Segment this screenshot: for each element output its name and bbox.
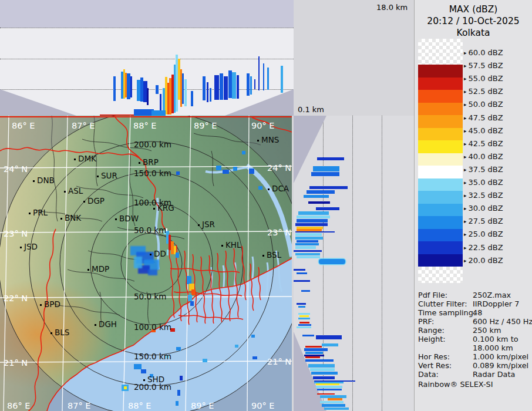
longitude-label-bottom: 89° E [191, 401, 214, 410]
metadata-row: Height:0.100 km to [415, 335, 532, 343]
range-ring-label: 150.0 km [134, 352, 171, 361]
metadata-row: Pdf File:250Z.max [415, 291, 532, 299]
color-swatch [418, 128, 463, 141]
city-label: SUR [101, 171, 117, 180]
color-swatch [418, 191, 463, 204]
city-dot [33, 180, 35, 182]
metadata-row: Range:250 km [415, 326, 532, 335]
color-swatch [418, 166, 463, 178]
side-gridline-18km [382, 116, 382, 411]
scale-tick-arrow-icon: ▸ [464, 206, 467, 211]
top-height-profile-panel [0, 0, 294, 116]
color-swatch-below-min [418, 267, 463, 283]
side-profile-bar [311, 372, 338, 375]
software-brand: Rainbow® SELEX-SI [418, 380, 493, 389]
side-profile-bar [294, 280, 310, 282]
latitude-label-left: 23° N [4, 229, 28, 238]
city-dot [97, 176, 99, 177]
city-label: BSL [267, 250, 281, 260]
scale-label: ▸35.0 dBZ [464, 178, 503, 187]
top-profile-bar [207, 82, 208, 102]
city-dot [257, 140, 259, 142]
metadata-key: Clutter Filter: [418, 299, 467, 308]
side-profile-bar [317, 393, 335, 395]
scale-tick-arrow-icon: ▸ [464, 193, 467, 198]
top-profile-bar [151, 110, 166, 116]
metadata-key: Time sampling: [418, 308, 476, 317]
scale-tick-arrow-icon: ▸ [464, 50, 467, 56]
side-profile-base-height-label: 0.1 km [298, 105, 324, 114]
side-profile-bar [304, 348, 328, 351]
side-profile-bar [298, 211, 329, 215]
city-label: DGP [87, 196, 105, 206]
city-dot [153, 208, 155, 210]
top-profile-bar [247, 73, 250, 96]
city-dot [87, 269, 89, 271]
color-swatch [418, 229, 463, 242]
metadata-value: 1.000 km/pixel [473, 352, 528, 361]
scale-label: ▸25.0 dBZ [464, 230, 503, 238]
scale-tick-arrow-icon: ▸ [464, 154, 467, 160]
side-profile-bar [310, 368, 335, 371]
side-profile-bar [297, 303, 306, 305]
side-profile-bar [299, 315, 309, 317]
city-label: JSR [202, 220, 215, 229]
city-label: MDP [92, 264, 109, 274]
legend-panel: MAX (dBZ) 20:12 / 10-Oct-2025 Kolkata ▸6… [414, 0, 532, 411]
scale-label: ▸30.0 dBZ [464, 204, 503, 213]
scale-tick-arrow-icon: ▸ [464, 245, 467, 251]
city-dot [74, 159, 76, 160]
side-profile-bar [295, 253, 320, 255]
city-dot [139, 162, 140, 164]
side-profile-bar [311, 172, 339, 176]
top-profile-bar [232, 72, 236, 99]
range-ring-label: 150.0 km [134, 169, 171, 178]
side-profile-bar [313, 166, 339, 171]
side-profile-bar [305, 352, 323, 354]
color-swatch [418, 178, 463, 191]
legend-header: MAX (dBZ) 20:12 / 10-Oct-2025 Kolkata [415, 4, 532, 39]
side-profile-bar [304, 195, 329, 198]
metadata-row: PRF:600 Hz / 450 Hz [415, 317, 532, 326]
top-profile-bar [250, 76, 252, 95]
city-label: DGH [99, 319, 117, 329]
city-dot [64, 191, 66, 193]
side-profile-bar [299, 322, 309, 324]
scale-tick-arrow-icon: ▸ [464, 76, 467, 82]
side-profile-bar [295, 223, 328, 226]
city-dot [143, 379, 145, 381]
side-profile-bar [316, 335, 342, 339]
metadata-row: Vert Res:0.089 km/pixel [415, 361, 532, 370]
product-title: MAX (dBZ) [415, 4, 532, 15]
scale-label: ▸42.5 dBZ [464, 139, 503, 148]
city-label: DNB [37, 176, 55, 185]
product-datetime: 20:12 / 10-Oct-2025 [415, 15, 532, 27]
side-profile-bar [308, 364, 335, 368]
scale-tick-arrow-icon: ▸ [464, 102, 467, 107]
range-ring-label: 100.0 km [134, 322, 171, 332]
color-swatch [418, 103, 463, 116]
scale-tick-arrow-icon: ▸ [464, 167, 467, 173]
side-profile-bar [317, 389, 342, 390]
side-profile-bar [294, 250, 322, 252]
city-dot [20, 247, 22, 248]
radar-product-window: 18.0 km 0.1 km [0, 0, 532, 411]
metadata-key: PRF: [418, 317, 434, 326]
metadata-key: Height: [418, 335, 446, 343]
city-label: DMK [78, 154, 96, 163]
metadata-row: Clutter Filter:IIRDoppler 7 [415, 299, 532, 308]
color-swatch [418, 115, 463, 128]
city-dot [198, 224, 200, 226]
range-ring-label: 200.0 km [134, 382, 171, 392]
side-profile-bar [309, 186, 348, 189]
side-profile-bar [317, 157, 344, 160]
city-dot [60, 218, 62, 220]
color-swatch [418, 90, 463, 103]
metadata-row: Time sampling:48 [415, 308, 532, 317]
top-profile-bar [263, 63, 264, 90]
metadata-value: Radar Data [473, 370, 515, 379]
latitude-label-left: 21° N [4, 358, 28, 368]
city-label: BRP [143, 157, 159, 167]
metadata-row: Hor Res:1.000 km/pixel [415, 352, 532, 361]
city-label: JSD [24, 242, 38, 251]
